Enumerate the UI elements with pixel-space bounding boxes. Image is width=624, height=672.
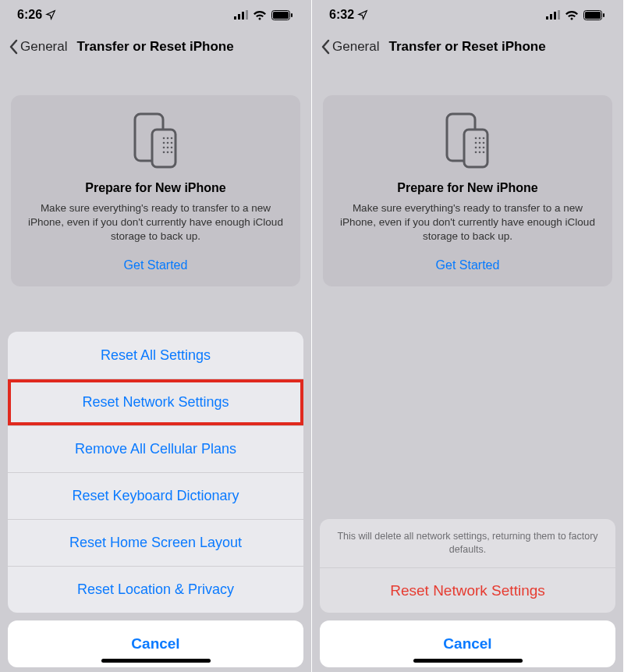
wifi-icon xyxy=(253,10,267,20)
status-icons xyxy=(546,10,604,20)
svg-point-19 xyxy=(166,151,168,154)
svg-rect-26 xyxy=(585,12,601,19)
status-bar: 6:32 xyxy=(312,0,623,30)
prepare-card: Prepare for New iPhone Make sure everyth… xyxy=(11,95,300,286)
location-services-icon xyxy=(45,9,56,20)
card-body: Make sure everything's ready to transfer… xyxy=(331,201,604,244)
reset-options-list: Reset All Settings Reset Network Setting… xyxy=(8,332,303,613)
back-label: General xyxy=(20,39,67,55)
svg-point-32 xyxy=(482,137,484,140)
svg-point-39 xyxy=(474,151,477,154)
svg-rect-1 xyxy=(238,14,240,20)
svg-rect-24 xyxy=(558,10,560,20)
svg-point-18 xyxy=(162,151,165,154)
get-started-link[interactable]: Get Started xyxy=(331,258,604,272)
confirm-action-sheet: This will delete all network settings, r… xyxy=(320,519,615,667)
back-label: General xyxy=(332,39,379,55)
svg-rect-6 xyxy=(291,13,292,17)
svg-point-41 xyxy=(482,151,484,154)
screen-reset-menu: 6:26 xyxy=(0,0,312,672)
remove-all-cellular-plans[interactable]: Remove All Cellular Plans xyxy=(8,425,303,472)
status-time: 6:26 xyxy=(17,8,42,22)
svg-rect-21 xyxy=(546,16,548,20)
reset-home-screen-layout[interactable]: Reset Home Screen Layout xyxy=(8,519,303,566)
reset-all-settings[interactable]: Reset All Settings xyxy=(8,332,303,379)
get-started-link[interactable]: Get Started xyxy=(19,258,292,272)
status-bar: 6:26 xyxy=(0,0,311,30)
svg-rect-5 xyxy=(273,12,289,19)
svg-point-30 xyxy=(474,137,477,140)
svg-point-14 xyxy=(170,142,172,144)
svg-point-38 xyxy=(482,147,484,149)
chevron-left-icon xyxy=(321,39,331,55)
svg-point-15 xyxy=(162,147,165,149)
svg-point-36 xyxy=(474,147,477,149)
svg-rect-0 xyxy=(234,16,236,20)
screen-reset-confirm: 6:32 xyxy=(312,0,624,672)
devices-icon xyxy=(19,111,292,172)
back-button[interactable]: General xyxy=(9,39,67,55)
reset-action-sheet: Reset All Settings Reset Network Setting… xyxy=(8,332,303,667)
home-indicator[interactable] xyxy=(413,659,523,663)
svg-rect-23 xyxy=(554,12,556,20)
reset-network-settings[interactable]: Reset Network Settings xyxy=(8,379,303,425)
page-title: Transfer or Reset iPhone xyxy=(381,39,614,55)
svg-rect-3 xyxy=(246,10,248,20)
svg-rect-27 xyxy=(603,13,604,17)
status-time: 6:32 xyxy=(329,8,354,22)
reset-location-privacy[interactable]: Reset Location & Privacy xyxy=(8,566,303,613)
svg-point-13 xyxy=(166,142,168,144)
confirm-reset-network-button[interactable]: Reset Network Settings xyxy=(320,567,615,613)
svg-point-20 xyxy=(170,151,172,154)
nav-header: General Transfer or Reset iPhone xyxy=(312,30,623,64)
confirm-message: This will delete all network settings, r… xyxy=(320,519,615,567)
svg-point-17 xyxy=(170,147,172,149)
chevron-left-icon xyxy=(9,39,19,55)
svg-point-37 xyxy=(478,147,480,149)
svg-point-9 xyxy=(162,137,165,140)
page-title: Transfer or Reset iPhone xyxy=(69,39,302,55)
status-icons xyxy=(234,10,292,20)
card-title: Prepare for New iPhone xyxy=(331,181,604,195)
svg-point-35 xyxy=(482,142,484,144)
reset-keyboard-dictionary[interactable]: Reset Keyboard Dictionary xyxy=(8,472,303,519)
prepare-card: Prepare for New iPhone Make sure everyth… xyxy=(323,95,612,286)
svg-point-11 xyxy=(170,137,172,140)
svg-point-16 xyxy=(166,147,168,149)
cellular-icon xyxy=(546,10,560,20)
svg-point-40 xyxy=(478,151,480,154)
battery-icon xyxy=(583,10,604,20)
svg-point-10 xyxy=(166,137,168,140)
nav-header: General Transfer or Reset iPhone xyxy=(0,30,311,64)
svg-point-12 xyxy=(162,142,165,144)
wifi-icon xyxy=(565,10,579,20)
svg-point-33 xyxy=(474,142,477,144)
svg-point-31 xyxy=(478,137,480,140)
location-services-icon xyxy=(357,9,368,20)
battery-icon xyxy=(271,10,292,20)
svg-rect-22 xyxy=(550,14,552,20)
card-title: Prepare for New iPhone xyxy=(19,181,292,195)
svg-rect-2 xyxy=(242,12,244,20)
devices-icon xyxy=(331,111,604,172)
home-indicator[interactable] xyxy=(101,659,211,663)
cellular-icon xyxy=(234,10,248,20)
svg-point-34 xyxy=(478,142,480,144)
back-button[interactable]: General xyxy=(321,39,379,55)
card-body: Make sure everything's ready to transfer… xyxy=(19,201,292,244)
